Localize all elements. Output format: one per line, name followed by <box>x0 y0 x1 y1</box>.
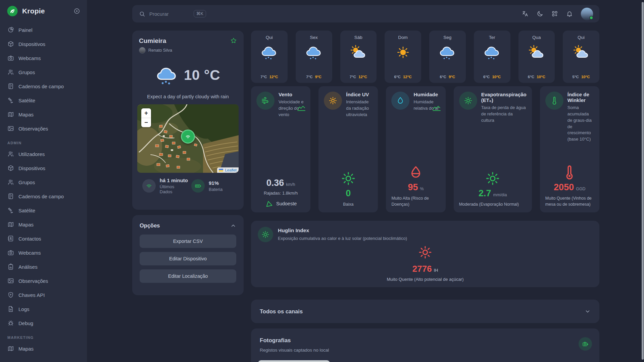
winkler-index-card[interactable]: Índice de Winkler Soma acumulada de grau… <box>540 86 599 212</box>
sidebar-item-painel[interactable]: Painel <box>0 23 87 37</box>
search-shortcut-badge: ⌘K <box>194 10 206 17</box>
edit-device-button[interactable]: Editar Dispositivo <box>140 252 236 265</box>
sidebar-item-debug[interactable]: Debug <box>0 316 87 330</box>
wind-card[interactable]: Vento Velocidade e direção do vento 0.36… <box>251 86 310 212</box>
wind-icon <box>261 96 270 105</box>
search-bar[interactable]: ⌘K <box>139 10 519 17</box>
sun-icon <box>329 96 337 105</box>
chevron-up-icon <box>230 223 236 229</box>
forecast-card[interactable]: Sex 7°C9°C <box>296 31 332 83</box>
channels-title: Todos os canais <box>260 308 303 315</box>
location-map[interactable]: + − Leaflet <box>137 104 239 173</box>
online-status-dot <box>589 16 593 20</box>
favorite-star-icon[interactable] <box>230 37 237 44</box>
thermometer-icon <box>550 96 559 105</box>
sun-cloud-icon <box>350 45 367 60</box>
sidebar-item-webcams[interactable]: Webcams <box>0 51 87 65</box>
notifications-button[interactable] <box>564 8 575 19</box>
camera-icon <box>7 55 14 61</box>
image-icon <box>7 125 14 132</box>
topbar-actions <box>519 7 593 20</box>
forecast-card[interactable]: Seg 6°C9°C <box>429 31 466 83</box>
cloud-rain-icon <box>305 45 323 60</box>
language-button[interactable] <box>519 8 531 19</box>
sidebar-item-logs[interactable]: Logs <box>0 302 87 316</box>
temp-max: 10°C <box>492 75 501 79</box>
apps-button[interactable] <box>549 8 560 19</box>
metric-title: Vento <box>279 92 305 97</box>
options-header[interactable]: Opções <box>140 222 236 229</box>
add-photo-button[interactable] <box>579 337 592 351</box>
image-icon <box>7 277 14 284</box>
sidebar-item-dispositivos[interactable]: Dispositivos <box>0 37 87 51</box>
forecast-card[interactable]: Ter 6°C10°C <box>474 31 510 83</box>
sidebar-item-mapas-admin[interactable]: Mapas <box>0 217 87 231</box>
sidebar-item-analises[interactable]: Análises <box>0 260 87 274</box>
sidebar-item-mapas-marketing[interactable]: Mapas <box>0 342 87 356</box>
sidebar-item-label: Satélite <box>18 208 35 213</box>
temp-min: 7°C <box>350 75 356 79</box>
last-data-stat: há 1 minuto Últimos Dados <box>139 177 188 194</box>
huglin-title: Huglin Index <box>278 227 407 234</box>
sidebar-item-cadernos-admin[interactable]: Cadernos de campo <box>0 189 87 203</box>
sidebar-item-mapas[interactable]: Mapas <box>0 107 87 121</box>
photo-thumbnail[interactable] <box>258 360 330 362</box>
channels-expander[interactable]: Todos os canais <box>251 300 599 323</box>
sidebar-item-utilizadores[interactable]: Utilizadores <box>0 147 87 161</box>
grid-plus-icon <box>551 10 558 17</box>
device-map-marker[interactable] <box>181 130 195 144</box>
user-avatar[interactable] <box>581 7 593 20</box>
sun-icon <box>261 230 269 239</box>
sidebar-item-observacoes-admin[interactable]: Observações <box>0 274 87 288</box>
clipboard-chart-icon <box>7 263 14 270</box>
map-attribution-label: Leaflet <box>225 168 237 172</box>
map-attribution[interactable]: Leaflet <box>217 167 239 173</box>
battery-label: Bateria <box>209 187 222 192</box>
map-zoom-out-button[interactable]: − <box>141 118 151 127</box>
edit-location-button[interactable]: Editar Localização <box>140 269 236 283</box>
sidebar-item-grupos-admin[interactable]: Grupos <box>0 175 87 189</box>
sidebar-item-chaves-api[interactable]: Chaves API <box>0 288 87 302</box>
dark-mode-button[interactable] <box>534 8 546 19</box>
sidebar-item-observacoes[interactable]: Observações <box>0 121 87 136</box>
search-input[interactable] <box>149 11 190 17</box>
camera-plus-icon <box>582 341 589 347</box>
uv-index-card[interactable]: Índice UV Intensidade da radiação ultrav… <box>318 86 378 212</box>
sidebar-collapse-button[interactable] <box>73 8 80 14</box>
export-csv-button[interactable]: Exportar CSV <box>140 235 236 248</box>
forecast-card[interactable]: Qua 6°C10°C <box>518 31 555 83</box>
forecast-day: Sex <box>310 35 317 40</box>
forecast-card[interactable]: Qui 7°C12°C <box>251 31 288 83</box>
forecast-card[interactable]: Sáb 7°C12°C <box>340 31 377 83</box>
sidebar-nav: Painel Dispositivos Webcams Grupos Cader… <box>0 21 87 356</box>
sun-icon <box>418 245 433 260</box>
last-data-value: há 1 minuto <box>160 177 188 183</box>
temp-min: 6°C <box>440 75 446 79</box>
sidebar-item-cadernos[interactable]: Cadernos de campo <box>0 79 87 93</box>
winkler-value: 2050 <box>554 182 574 193</box>
sun-icon <box>341 171 356 186</box>
forecast-card[interactable]: Qui 5°C10°C <box>563 31 599 83</box>
temp-max: 9°C <box>315 75 321 79</box>
sidebar-item-dispositivos-admin[interactable]: Dispositivos <box>0 161 87 175</box>
sidebar-item-label: Observações <box>18 126 48 132</box>
wind-gusts: Rajadas: 1.8km/h <box>264 191 298 196</box>
battery-stat: 91% Bateria <box>188 177 237 194</box>
huglin-value: 2776 <box>412 264 432 274</box>
humidity-card[interactable]: Humidade Humidade relativa do ar 95 % Mu… <box>386 86 445 212</box>
sidebar-item-label: Grupos <box>18 69 35 75</box>
forecast-day: Ter <box>489 35 495 40</box>
forecast-card[interactable]: Dom 6°C12°C <box>385 31 421 83</box>
sidebar-item-webcams-admin[interactable]: Webcams <box>0 246 87 260</box>
evapotranspiration-card[interactable]: Evapotranspiração (ET₀) Taxa de perda de… <box>454 86 532 212</box>
temp-max: 12°C <box>358 75 367 79</box>
sidebar-item-satelite[interactable]: Satélite <box>0 93 87 107</box>
sidebar-item-grupos[interactable]: Grupos <box>0 65 87 79</box>
sidebar-item-contactos[interactable]: Contactos <box>0 231 87 246</box>
battery-value: 91% <box>209 180 222 186</box>
page-scrollbar[interactable] <box>642 2 644 360</box>
thermometer-icon <box>562 165 577 180</box>
contacts-icon <box>7 235 14 242</box>
sidebar-item-satelite-admin[interactable]: Satélite <box>0 203 87 217</box>
map-zoom-in-button[interactable]: + <box>141 108 151 118</box>
